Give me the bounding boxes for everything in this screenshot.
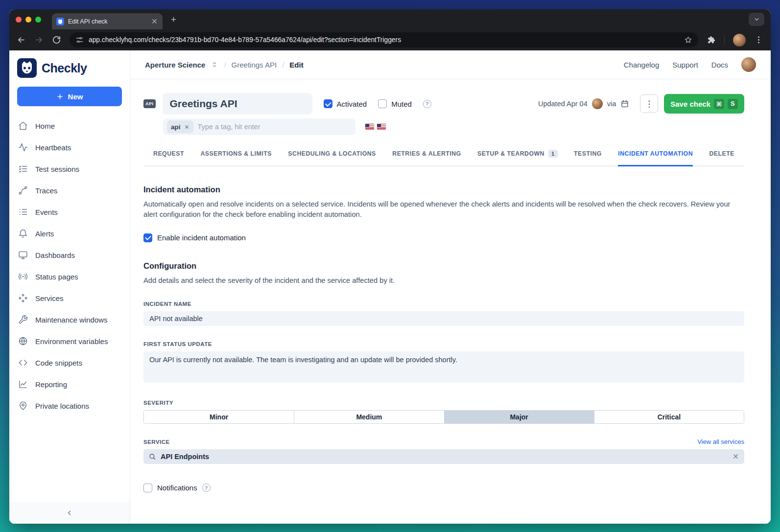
us-flag-icon bbox=[377, 124, 386, 130]
more-actions-button[interactable]: ⋮ bbox=[640, 94, 658, 113]
tab-request[interactable]: REQUEST bbox=[153, 150, 184, 166]
service-select-field[interactable]: API Endpoints bbox=[143, 449, 744, 464]
sidebar-item-traces[interactable]: Traces bbox=[9, 180, 130, 201]
activated-toggle: Activated bbox=[324, 99, 367, 108]
sidebar-item-maintenance-windows[interactable]: Maintenance windows bbox=[9, 309, 130, 330]
code-icon bbox=[18, 358, 28, 368]
window-controls bbox=[16, 17, 41, 23]
changelog-link[interactable]: Changelog bbox=[624, 61, 660, 69]
plus-icon bbox=[56, 93, 64, 100]
activated-checkbox[interactable] bbox=[324, 99, 332, 108]
sidebar-item-events[interactable]: Events bbox=[9, 201, 130, 223]
save-check-button[interactable]: Save check ⌘ S bbox=[664, 94, 744, 114]
breadcrumb-separator: / bbox=[224, 61, 226, 69]
view-all-services-link[interactable]: View all services bbox=[697, 438, 744, 445]
broadcast-icon bbox=[18, 272, 28, 281]
tool-icon bbox=[18, 315, 28, 324]
severity-option-minor[interactable]: Minor bbox=[144, 411, 294, 423]
breadcrumb-check[interactable]: Greetings API bbox=[232, 61, 277, 69]
sidebar-item-reporting[interactable]: Reporting bbox=[9, 373, 130, 395]
account-selector-icon[interactable] bbox=[211, 61, 218, 69]
sidebar-item-home[interactable]: Home bbox=[9, 115, 130, 137]
refresh-icon[interactable] bbox=[52, 35, 61, 45]
chevron-left-icon bbox=[66, 509, 73, 517]
check-tabs: REQUEST ASSERTIONS & LIMITS SCHEDULING &… bbox=[143, 150, 744, 166]
sidebar-collapse-button[interactable] bbox=[9, 502, 130, 524]
sidebar-item-alerts[interactable]: Alerts bbox=[9, 223, 130, 244]
new-button[interactable]: New bbox=[17, 87, 122, 106]
browser-menu-kebab-icon[interactable] bbox=[754, 35, 763, 45]
severity-option-major[interactable]: Major bbox=[444, 411, 594, 423]
tab-retries-alerting[interactable]: RETRIES & ALERTING bbox=[392, 150, 461, 166]
back-icon[interactable] bbox=[17, 35, 26, 45]
chart-icon bbox=[18, 379, 28, 389]
new-tab-icon[interactable] bbox=[170, 16, 177, 23]
sidebar-item-environment-variables[interactable]: Environment variables bbox=[9, 330, 130, 352]
list-icon bbox=[18, 207, 28, 217]
incident-name-input[interactable] bbox=[143, 311, 744, 326]
sidebar-item-heartbeats[interactable]: Heartbeats bbox=[9, 137, 130, 158]
severity-option-critical[interactable]: Critical bbox=[594, 411, 744, 423]
notifications-checkbox[interactable] bbox=[143, 484, 152, 492]
first-status-update-textarea[interactable] bbox=[143, 351, 744, 383]
tag-chip: api bbox=[167, 120, 193, 133]
notifications-help-icon[interactable]: ? bbox=[202, 484, 211, 492]
address-bar[interactable]: app.checklyhq.com/checks/23b4791b-bd70-4… bbox=[70, 32, 698, 47]
site-info-icon[interactable] bbox=[75, 36, 84, 44]
breadcrumb-account[interactable]: Aperture Science bbox=[145, 61, 205, 69]
maximize-window-button[interactable] bbox=[35, 17, 41, 23]
severity-option-medium[interactable]: Medium bbox=[294, 411, 444, 423]
forward-icon[interactable] bbox=[34, 35, 44, 45]
sidebar-item-services[interactable]: Services bbox=[9, 287, 130, 309]
tab-setup-teardown[interactable]: SETUP & TEARDOWN 1 bbox=[477, 150, 558, 166]
tags-field[interactable]: api bbox=[163, 118, 355, 135]
breadcrumb: Aperture Science / Greetings API / Edit bbox=[145, 61, 304, 69]
configuration-description: Add details and select the severity of t… bbox=[143, 276, 744, 286]
activated-label: Activated bbox=[337, 100, 367, 108]
section-title: Incident automation bbox=[143, 185, 744, 194]
tab-delete[interactable]: DELETE bbox=[709, 150, 734, 166]
browser-profile-avatar[interactable] bbox=[733, 34, 746, 46]
browser-tab-strip: Edit API check bbox=[9, 9, 771, 29]
docs-link[interactable]: Docs bbox=[711, 61, 728, 69]
extensions-puzzle-icon[interactable] bbox=[707, 35, 716, 45]
tab-incident-automation[interactable]: INCIDENT AUTOMATION bbox=[618, 150, 693, 166]
sidebar-item-dashboards[interactable]: Dashboards bbox=[9, 244, 130, 266]
tab-testing[interactable]: TESTING bbox=[574, 150, 602, 166]
check-name-input[interactable] bbox=[163, 93, 312, 115]
bookmark-star-icon[interactable] bbox=[684, 36, 692, 44]
browser-tab[interactable]: Edit API check bbox=[52, 13, 163, 29]
via-text: via bbox=[607, 100, 616, 108]
updated-text: Updated Apr 04 bbox=[538, 100, 588, 108]
help-icon[interactable]: ? bbox=[423, 100, 431, 108]
enable-incident-checkbox[interactable] bbox=[143, 233, 152, 242]
brand[interactable]: Checkly bbox=[9, 50, 130, 84]
enable-incident-row: Enable incident automation bbox=[143, 233, 744, 242]
section-description: Automatically open and resolve incidents… bbox=[143, 199, 744, 220]
monitor-icon bbox=[18, 250, 28, 260]
tab-scheduling-locations[interactable]: SCHEDULING & LOCATIONS bbox=[288, 150, 376, 166]
tab-close-icon[interactable] bbox=[151, 18, 158, 25]
checklist-icon bbox=[18, 164, 28, 174]
support-link[interactable]: Support bbox=[672, 61, 698, 69]
clear-service-icon[interactable] bbox=[732, 453, 739, 460]
tab-search-button[interactable] bbox=[749, 13, 764, 26]
minimize-window-button[interactable] bbox=[25, 17, 31, 23]
sidebar-item-private-locations[interactable]: Private locations bbox=[9, 395, 130, 416]
remove-tag-icon[interactable] bbox=[184, 124, 189, 130]
breadcrumb-edit: Edit bbox=[289, 61, 303, 69]
setup-teardown-count-badge: 1 bbox=[548, 150, 558, 158]
tag-input[interactable] bbox=[198, 123, 353, 131]
close-window-button[interactable] bbox=[16, 17, 22, 23]
sidebar-item-test-sessions[interactable]: Test sessions bbox=[9, 158, 130, 180]
cmd-keycap: ⌘ bbox=[714, 99, 724, 109]
sidebar-item-status-pages[interactable]: Status pages bbox=[9, 266, 130, 287]
sidebar-item-label: Home bbox=[35, 122, 55, 130]
new-button-label: New bbox=[68, 93, 83, 101]
muted-checkbox[interactable] bbox=[378, 99, 387, 108]
tab-assertions-limits[interactable]: ASSERTIONS & LIMITS bbox=[200, 150, 271, 166]
sidebar-item-label: Alerts bbox=[35, 230, 54, 238]
user-avatar[interactable] bbox=[741, 57, 756, 72]
url-text[interactable]: app.checklyhq.com/checks/23b4791b-bd70-4… bbox=[89, 36, 679, 44]
sidebar-item-code-snippets[interactable]: Code snippets bbox=[9, 352, 130, 373]
